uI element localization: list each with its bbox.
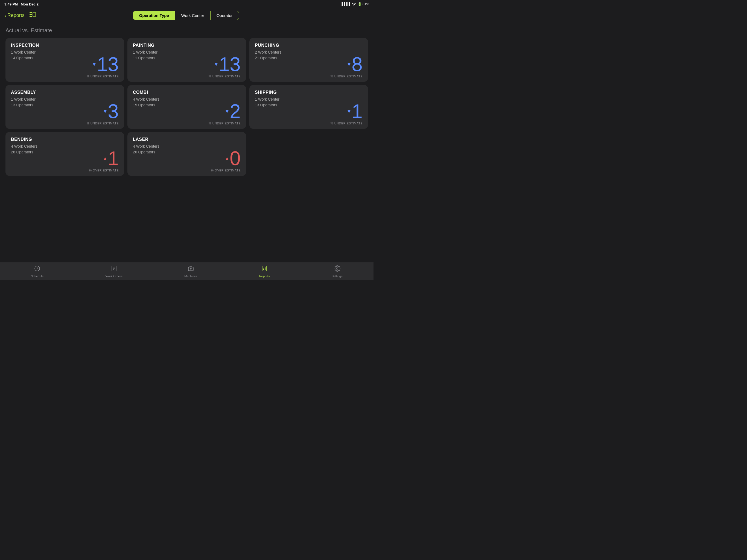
card-title-assembly: ASSEMBLY xyxy=(11,90,119,95)
schedule-label: Schedule xyxy=(31,275,44,278)
wifi-icon xyxy=(352,2,356,6)
tab-settings[interactable]: Settings xyxy=(326,263,348,280)
card-value-bending: ▴ 1 % OVER ESTIMATE xyxy=(89,149,119,172)
card-number-row-assembly: ▾ 3 xyxy=(104,101,119,121)
card-value-combi: ▾ 2 % UNDER ESTIMATE xyxy=(209,101,241,125)
card-estimate-label-painting: % UNDER ESTIMATE xyxy=(209,75,241,78)
tab-machines[interactable]: Machines xyxy=(179,263,203,280)
card-title-bending: BENDING xyxy=(11,137,119,142)
card-value-shipping: ▾ 1 % UNDER ESTIMATE xyxy=(331,101,363,125)
segment-work-center[interactable]: Work Center xyxy=(175,11,210,20)
back-label: Reports xyxy=(7,12,25,18)
segment-operation-type[interactable]: Operation Type xyxy=(133,11,175,20)
status-indicators: ▐▐▐▐ 🔋 81% xyxy=(341,2,369,6)
nav-left: ‹ Reports xyxy=(4,12,35,19)
card-number-row-combi: ▾ 2 xyxy=(226,101,241,121)
card-inspection[interactable]: INSPECTION 1 Work Center14 Operators ▾ 1… xyxy=(5,38,124,82)
signal-icon: ▐▐▐▐ xyxy=(341,2,350,6)
card-number-combi: 2 xyxy=(230,101,241,121)
card-value-assembly: ▾ 3 % UNDER ESTIMATE xyxy=(87,101,119,125)
svg-rect-0 xyxy=(29,12,32,13)
svg-point-7 xyxy=(190,268,191,269)
reports-label: Reports xyxy=(259,275,270,278)
back-button[interactable]: ‹ Reports xyxy=(4,12,25,19)
card-value-inspection: ▾ 13 % UNDER ESTIMATE xyxy=(87,54,119,78)
section-title: Actual vs. Estimate xyxy=(5,27,368,34)
card-number-assembly: 3 xyxy=(108,101,119,121)
card-shipping[interactable]: SHIPPING 1 Work Center13 Operators ▾ 1 %… xyxy=(249,85,368,129)
svg-rect-1 xyxy=(29,14,32,15)
svg-rect-3 xyxy=(33,12,35,17)
battery-icon: 🔋 81% xyxy=(358,2,369,6)
segment-control: Operation Type Work Center Operator xyxy=(133,11,239,20)
nav-bar: ‹ Reports Operation Type Work Center Ope… xyxy=(0,8,374,23)
svg-rect-5 xyxy=(112,266,116,271)
card-number-painting: 13 xyxy=(219,54,241,74)
tab-schedule[interactable]: Schedule xyxy=(25,263,49,280)
cards-grid: INSPECTION 1 Work Center14 Operators ▾ 1… xyxy=(5,38,368,176)
card-number-shipping: 1 xyxy=(352,101,363,121)
status-time-date: 3:49 PM Mon Dec 2 xyxy=(4,2,38,6)
card-bending[interactable]: BENDING 4 Work Centers26 Operators ▴ 1 %… xyxy=(5,132,124,176)
card-combi[interactable]: COMBI 4 Work Centers15 Operators ▾ 2 % U… xyxy=(127,85,246,129)
reports-icon xyxy=(261,265,268,274)
card-estimate-label-assembly: % UNDER ESTIMATE xyxy=(87,122,119,125)
card-arrow-laser: ▴ xyxy=(226,155,229,161)
card-title-combi: COMBI xyxy=(133,90,241,95)
card-arrow-punching: ▾ xyxy=(347,61,351,67)
card-painting[interactable]: PAINTING 1 Work Center11 Operators ▾ 13 … xyxy=(127,38,246,82)
card-punching[interactable]: PUNCHING 2 Work Centers21 Operators ▾ 8 … xyxy=(249,38,368,82)
card-number-inspection: 13 xyxy=(97,54,119,74)
settings-icon xyxy=(334,265,340,274)
card-assembly[interactable]: ASSEMBLY 1 Work Center13 Operators ▾ 3 %… xyxy=(5,85,124,129)
page-content: Actual vs. Estimate INSPECTION 1 Work Ce… xyxy=(0,23,374,262)
tab-bar: Schedule Work Orders Machines Reports Se… xyxy=(0,262,374,280)
card-arrow-inspection: ▾ xyxy=(93,61,96,67)
svg-rect-2 xyxy=(29,16,32,17)
card-estimate-label-shipping: % UNDER ESTIMATE xyxy=(331,122,363,125)
work-orders-icon xyxy=(111,265,117,274)
segment-operator[interactable]: Operator xyxy=(210,11,239,20)
card-arrow-shipping: ▾ xyxy=(347,108,351,114)
card-estimate-label-inspection: % UNDER ESTIMATE xyxy=(87,75,119,78)
card-arrow-assembly: ▾ xyxy=(104,108,107,114)
card-number-row-shipping: ▾ 1 xyxy=(347,101,363,121)
card-estimate-label-bending: % OVER ESTIMATE xyxy=(89,169,119,172)
settings-label: Settings xyxy=(332,275,343,278)
card-title-inspection: INSPECTION xyxy=(11,43,119,48)
card-value-laser: ▴ 0 % OVER ESTIMATE xyxy=(211,149,241,172)
card-title-painting: PAINTING xyxy=(133,43,241,48)
card-title-shipping: SHIPPING xyxy=(255,90,363,95)
work-orders-label: Work Orders xyxy=(106,275,123,278)
machines-label: Machines xyxy=(184,275,197,278)
card-estimate-label-punching: % UNDER ESTIMATE xyxy=(331,75,363,78)
status-bar: 3:49 PM Mon Dec 2 ▐▐▐▐ 🔋 81% xyxy=(0,0,374,8)
card-title-laser: LASER xyxy=(133,137,241,142)
card-number-row-painting: ▾ 13 xyxy=(215,54,241,74)
card-value-punching: ▾ 8 % UNDER ESTIMATE xyxy=(331,54,363,78)
card-number-row-punching: ▾ 8 xyxy=(347,54,363,74)
card-number-bending: 1 xyxy=(108,149,119,168)
card-number-row-bending: ▴ 1 xyxy=(104,149,119,168)
card-number-laser: 0 xyxy=(230,149,241,168)
card-number-row-inspection: ▾ 13 xyxy=(93,54,119,74)
card-value-painting: ▾ 13 % UNDER ESTIMATE xyxy=(209,54,241,78)
card-arrow-combi: ▾ xyxy=(226,108,229,114)
card-arrow-bending: ▴ xyxy=(104,155,107,161)
sidebar-toggle-icon[interactable] xyxy=(29,12,35,19)
svg-point-9 xyxy=(336,268,338,269)
machines-icon xyxy=(187,265,194,274)
card-estimate-label-laser: % OVER ESTIMATE xyxy=(211,169,241,172)
card-estimate-label-combi: % UNDER ESTIMATE xyxy=(209,122,241,125)
card-number-punching: 8 xyxy=(352,54,363,74)
svg-rect-6 xyxy=(188,267,193,271)
card-number-row-laser: ▴ 0 xyxy=(226,149,241,168)
schedule-icon xyxy=(34,265,41,274)
svg-rect-8 xyxy=(262,266,266,271)
card-arrow-painting: ▾ xyxy=(215,61,217,67)
back-chevron-icon: ‹ xyxy=(4,12,6,19)
card-laser[interactable]: LASER 4 Work Centers26 Operators ▴ 0 % O… xyxy=(127,132,246,176)
card-title-punching: PUNCHING xyxy=(255,43,363,48)
tab-work-orders[interactable]: Work Orders xyxy=(100,263,128,280)
tab-reports[interactable]: Reports xyxy=(254,263,275,280)
